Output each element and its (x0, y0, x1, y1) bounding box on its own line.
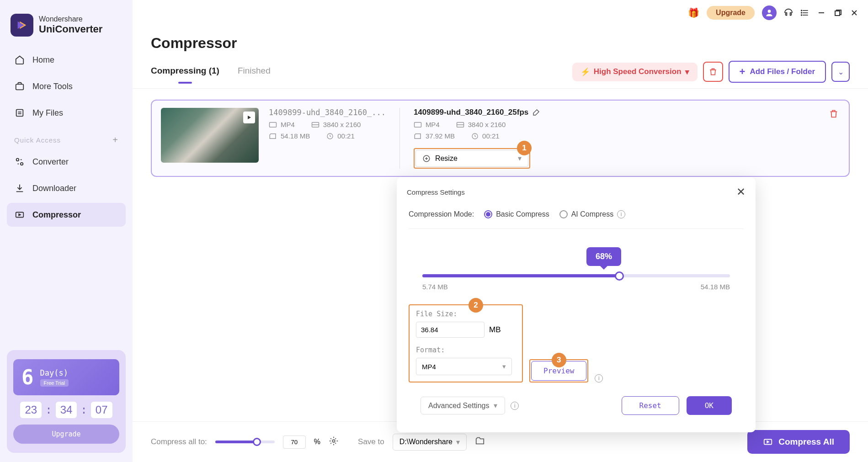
home-icon (14, 54, 25, 65)
info-icon[interactable]: i (617, 210, 625, 218)
clear-all-button[interactable] (703, 62, 723, 82)
output-file-info: 1409899-uhd_3840_2160_25fps MP4 3840 x 2… (414, 108, 840, 169)
resize-dropdown[interactable]: Resize ▾ (415, 150, 528, 167)
svg-rect-1 (16, 110, 23, 117)
popup-close-button[interactable]: ✕ (736, 186, 746, 198)
output-format: MP4 (414, 121, 440, 128)
format-select[interactable]: MP4 ▾ (416, 358, 512, 375)
support-icon[interactable] (784, 8, 793, 17)
vertical-divider (399, 108, 400, 169)
sidebar-item-compressor[interactable]: Compressor (7, 203, 126, 227)
compress-settings-popup: Compress Settings ✕ Compression Mode: Ba… (397, 177, 756, 432)
settings-icon[interactable] (329, 436, 339, 448)
logo-icon (11, 14, 33, 37)
add-files-button[interactable]: + Add Files / Folder (729, 61, 826, 83)
add-quick-access-icon[interactable]: + (112, 135, 118, 145)
play-icon[interactable] (243, 112, 255, 123)
output-resolution: 3840 x 2160 (456, 121, 506, 128)
menu-icon[interactable] (800, 8, 809, 17)
tab-compressing[interactable]: Compressing (1) (151, 66, 219, 83)
svg-rect-22 (414, 122, 421, 127)
edit-icon[interactable] (532, 108, 540, 117)
svg-point-5 (21, 163, 23, 165)
close-icon[interactable] (850, 8, 859, 17)
user-avatar[interactable] (762, 5, 777, 20)
compress-icon (763, 437, 773, 447)
svg-point-11 (801, 10, 802, 11)
converter-icon (14, 156, 25, 167)
callout-3: 3 (552, 353, 566, 367)
upgrade-button-titlebar[interactable]: Upgrade (707, 6, 755, 20)
maximize-icon[interactable] (833, 8, 842, 17)
remove-file-button[interactable] (829, 109, 839, 121)
high-speed-conversion-button[interactable]: ⚡ High Speed Conversion ▾ (572, 63, 698, 81)
sidebar-item-downloader[interactable]: Downloader (7, 176, 126, 200)
trial-days-box: 6 Day(s) Free Trial (13, 359, 119, 395)
filesize-label: File Size: (416, 310, 516, 318)
compress-percent-slider[interactable] (215, 441, 275, 443)
source-duration: 00:21 (326, 132, 355, 140)
toolbox-icon (14, 81, 25, 92)
sidebar-item-my-files[interactable]: My Files (7, 101, 126, 125)
minimize-icon[interactable] (817, 8, 826, 17)
advanced-settings-button[interactable]: Advanced Settings ▾ (421, 397, 505, 414)
countdown-hours: 23 (20, 402, 42, 418)
radio-unchecked-icon (559, 210, 568, 218)
chevron-down-icon: ▾ (685, 67, 689, 77)
browse-folder-icon[interactable] (475, 436, 485, 447)
sidebar-item-more-tools[interactable]: More Tools (7, 74, 126, 98)
add-files-dropdown[interactable]: ⌄ (831, 62, 850, 82)
main-panel: 🎁 Upgrade Compressor Compressing (1) Fin… (133, 0, 868, 462)
sidebar-item-home[interactable]: Home (7, 48, 126, 72)
sidebar-item-converter[interactable]: Converter (7, 150, 126, 174)
slider-max-label: 54.18 MB (701, 283, 730, 291)
callout-1: 1 (517, 141, 532, 155)
svg-rect-15 (835, 11, 840, 16)
filesize-input[interactable] (416, 322, 485, 338)
trial-countdown: 23: 34: 07 (13, 402, 119, 418)
page-title: Compressor (151, 35, 850, 52)
preview-highlight: 3 Preview (529, 359, 588, 382)
upgrade-button-sidebar[interactable]: Upgrade (13, 425, 119, 444)
gift-icon[interactable]: 🎁 (688, 7, 699, 18)
svg-rect-18 (270, 122, 277, 127)
percent-sign: % (314, 438, 320, 446)
slider-percent-bubble: 68% (586, 247, 621, 266)
trial-days-number: 6 (21, 366, 34, 389)
files-icon (14, 107, 25, 118)
source-file-info: 1409899-uhd_3840_2160_... MP4 3840 x 216… (269, 108, 386, 169)
product-name: UniConverter (39, 23, 102, 35)
compress-all-label: Compress All (778, 437, 834, 447)
slider-thumb[interactable] (615, 271, 624, 281)
info-icon[interactable]: i (595, 374, 603, 382)
compress-all-button[interactable]: Compress All (747, 430, 850, 454)
radio-checked-icon (484, 210, 492, 218)
chevron-down-icon: ▾ (494, 401, 497, 410)
info-icon[interactable]: i (511, 402, 519, 410)
radio-basic-compress[interactable]: Basic Compress (484, 210, 549, 218)
titlebar: 🎁 Upgrade (133, 0, 868, 26)
filesize-format-group: 2 File Size: MB Format: MP4 ▾ (409, 304, 523, 382)
save-path-dropdown[interactable]: D:\Wondershare ▾ (393, 434, 467, 451)
file-card[interactable]: 1409899-uhd_3840_2160_... MP4 3840 x 216… (151, 100, 850, 177)
format-value: MP4 (422, 363, 436, 371)
tab-finished[interactable]: Finished (238, 66, 271, 83)
download-icon (14, 183, 25, 194)
resize-label: Resize (435, 154, 458, 163)
video-thumbnail[interactable] (161, 108, 259, 163)
reset-button[interactable]: Reset (622, 396, 679, 415)
sidebar: Wondershare UniConverter Home More Tools… (0, 0, 133, 462)
svg-point-12 (801, 12, 802, 13)
trial-badge: Free Trial (40, 379, 69, 387)
compress-percent-input[interactable] (283, 435, 306, 449)
app-logo: Wondershare UniConverter (7, 9, 126, 48)
chevron-down-icon: ⌄ (838, 68, 844, 76)
svg-point-7 (768, 10, 771, 13)
svg-rect-0 (16, 84, 24, 90)
radio-ai-compress[interactable]: AI Compress i (559, 210, 625, 218)
size-slider[interactable] (422, 274, 730, 277)
source-size: 54.18 MB (269, 132, 310, 140)
save-path-value: D:\Wondershare (399, 438, 453, 446)
sidebar-item-label: My Files (32, 108, 63, 118)
ok-button[interactable]: OK (687, 396, 732, 415)
